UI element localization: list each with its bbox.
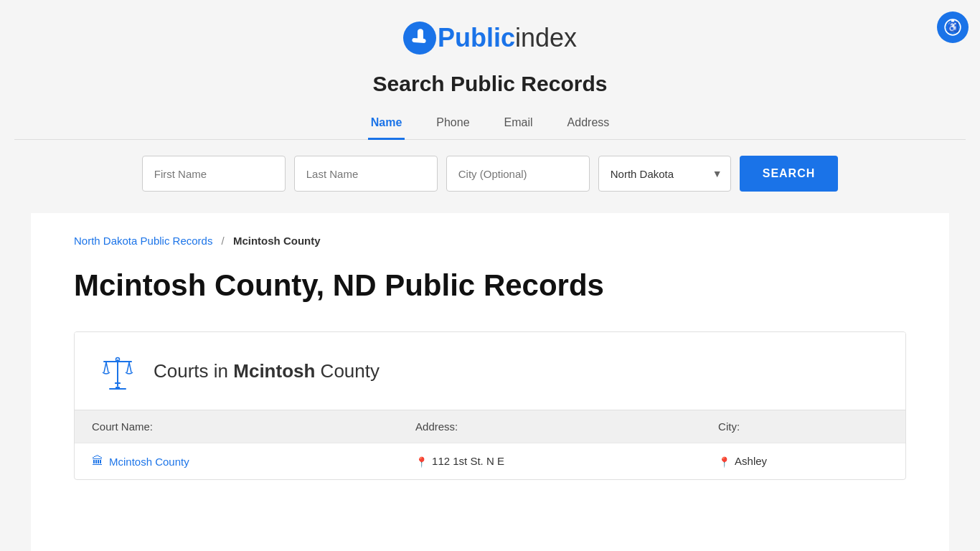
search-button[interactable]: SEARCH	[740, 156, 839, 192]
table-row: 🏛 Mcintosh County 📍 112 1st St. N E 📍 As…	[75, 443, 905, 480]
search-inputs-row: North Dakota Alabama Alaska Arizona Arka…	[14, 156, 966, 192]
courts-header: Courts in Mcintosh County	[75, 332, 905, 410]
svg-text:♿: ♿	[947, 21, 959, 33]
svg-line-9	[127, 362, 129, 372]
breadcrumb-current: Mcintosh County	[233, 235, 321, 247]
breadcrumb: North Dakota Public Records / Mcintosh C…	[74, 235, 906, 247]
tab-name[interactable]: Name	[368, 110, 405, 140]
svg-line-7	[104, 362, 106, 372]
col-header-court-name: Court Name:	[75, 410, 398, 443]
logo: Publicindex	[14, 22, 966, 55]
courts-section-title: Courts in Mcintosh County	[154, 360, 380, 382]
address-text: 112 1st St. N E	[432, 455, 504, 467]
tab-phone[interactable]: Phone	[433, 110, 472, 140]
court-name-text: Mcintosh County	[109, 456, 189, 468]
state-select-wrapper: North Dakota Alabama Alaska Arizona Arka…	[598, 156, 731, 192]
court-name-link[interactable]: 🏛 Mcintosh County	[92, 455, 381, 468]
courts-section: Courts in Mcintosh County Court Name: Ad…	[74, 331, 906, 480]
main-content: North Dakota Public Records / Mcintosh C…	[31, 213, 949, 551]
state-select[interactable]: North Dakota Alabama Alaska Arizona Arka…	[598, 156, 731, 192]
last-name-input[interactable]	[294, 156, 438, 192]
map-marker-icon: 📍	[718, 456, 730, 468]
col-header-city: City:	[701, 410, 905, 443]
first-name-input[interactable]	[142, 156, 286, 192]
page-heading: Mcintosh County, ND Public Records	[74, 268, 906, 303]
accessibility-button[interactable]: ♿	[937, 11, 969, 43]
courthouse-icon: 🏛	[92, 455, 103, 468]
search-section: Publicindex Search Public Records Name P…	[0, 0, 980, 213]
tab-address[interactable]: Address	[565, 110, 613, 140]
svg-line-8	[106, 362, 108, 372]
address-cell: 📍 112 1st St. N E	[398, 443, 701, 480]
breadcrumb-separator: /	[222, 235, 225, 247]
svg-rect-12	[115, 382, 121, 384]
search-tabs: Name Phone Email Address	[14, 110, 966, 140]
svg-rect-4	[109, 388, 126, 390]
city-text: Ashley	[735, 455, 767, 467]
city-input[interactable]	[446, 156, 590, 192]
logo-index: index	[515, 23, 577, 52]
search-title: Search Public Records	[14, 72, 966, 96]
col-header-address: Address:	[398, 410, 701, 443]
city-cell: 📍 Ashley	[701, 443, 905, 480]
court-name-cell: 🏛 Mcintosh County	[75, 443, 398, 480]
courts-table-header-row: Court Name: Address: City:	[75, 410, 905, 443]
scales-of-justice-icon	[96, 349, 139, 392]
logo-public: Public	[438, 23, 515, 52]
tab-email[interactable]: Email	[501, 110, 536, 140]
svg-line-10	[129, 362, 131, 372]
breadcrumb-link[interactable]: North Dakota Public Records	[74, 235, 212, 247]
location-pin-icon: 📍	[415, 456, 428, 468]
courts-table: Court Name: Address: City: 🏛 Mcintosh Co…	[75, 410, 905, 479]
